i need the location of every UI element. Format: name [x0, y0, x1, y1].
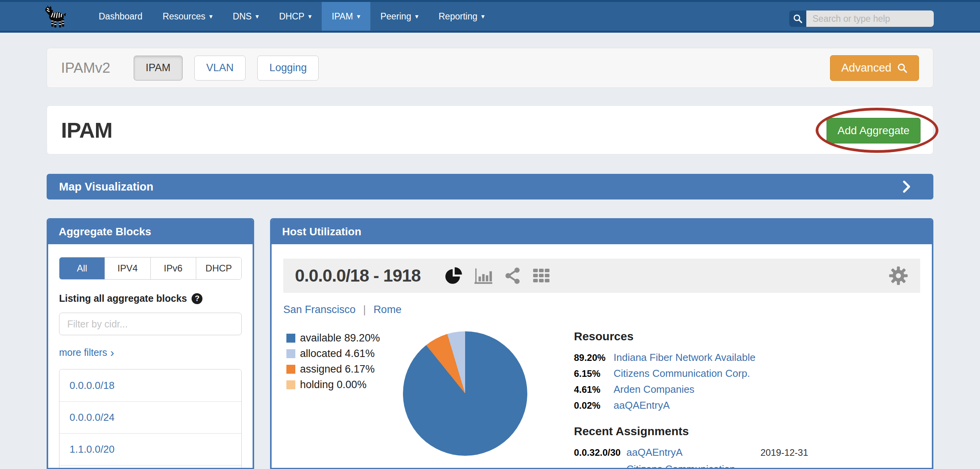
filter-label: IPv6 [164, 263, 183, 274]
chevron-down-icon [209, 12, 213, 21]
list-item[interactable] [59, 465, 241, 469]
table-row: 4.61% Arden Companies [574, 383, 920, 396]
nav-item-resources[interactable]: Resources [153, 2, 223, 31]
separator: | [363, 304, 366, 315]
resource-link[interactable]: Indiana Fiber Network Available [614, 352, 920, 364]
filter-ipv4-button[interactable]: IPV4 [105, 257, 150, 279]
legend-label: holding 0.00% [300, 379, 366, 391]
map-visualization-label: Map Visualization [59, 180, 153, 193]
host-block-toolbar: 0.0.0.0/18 - 1918 [283, 259, 920, 293]
region-link-san-francisco[interactable]: San Franscisco [283, 304, 356, 315]
legend-swatch-allocated [286, 349, 295, 358]
chevron-right-icon: › [110, 349, 114, 357]
pie-chart-icon[interactable] [444, 266, 463, 285]
legend-label: allocated 4.61% [300, 348, 375, 360]
nav-label: Reporting [439, 11, 478, 22]
legend-item: assigned 6.17% [286, 363, 403, 375]
nav-item-dns[interactable]: DNS [223, 2, 269, 31]
tab-logging[interactable]: Logging [257, 56, 319, 80]
search-input[interactable] [806, 10, 934, 27]
zebra-logo[interactable] [34, 2, 77, 31]
filter-label: DHCP [206, 263, 232, 274]
block-cidr-link: 1.1.0.0/20 [70, 443, 115, 455]
chevron-down-icon [256, 12, 259, 21]
tab-vlan[interactable]: VLAN [194, 56, 246, 80]
grid-icon[interactable] [532, 266, 551, 285]
list-item[interactable]: 0.0.0.0/18 [59, 369, 241, 401]
nav-item-dhcp[interactable]: DHCP [269, 2, 322, 31]
recent-assignments-list: 0.0.32.0/30 aaQAEntryA 2019-12-31 0.0.8.… [574, 446, 920, 469]
section-title: IPAMv2 [61, 60, 110, 76]
resource-pct: 6.15% [574, 368, 614, 379]
aggregate-block-list: 0.0.0.0/18 0.0.0.0/24 1.1.0.0/20 [59, 369, 242, 469]
resource-link[interactable]: aaQAEntryA [614, 399, 920, 411]
list-item[interactable]: 0.0.0.0/24 [59, 401, 241, 433]
search-icon[interactable] [789, 10, 806, 27]
tab-ipam[interactable]: IPAM [134, 56, 183, 80]
chevron-right-icon [902, 180, 912, 193]
advanced-search-button[interactable]: Advanced [830, 55, 919, 81]
aggregate-filter-group: All IPV4 IPv6 DHCP [59, 257, 242, 280]
resources-title: Resources [574, 330, 920, 343]
host-utilization-panel: Host Utilization 0.0.0.0/18 - 1918 [270, 218, 933, 469]
add-aggregate-button[interactable]: Add Aggregate [827, 118, 921, 144]
pie-legend: available 89.20% allocated 4.61% assigne… [286, 332, 403, 469]
gear-icon[interactable] [888, 266, 909, 286]
assignment-cidr: 0.0.32.0/30 [574, 447, 626, 458]
global-search [789, 10, 934, 27]
aggregate-blocks-header: Aggregate Blocks [48, 219, 253, 244]
listing-label: Listing all aggregate blocks ? [59, 293, 242, 304]
nav-label: DHCP [279, 11, 304, 22]
assignment-date: 2019-12-31 [760, 447, 920, 458]
map-visualization-bar[interactable]: Map Visualization [47, 174, 933, 200]
resource-link[interactable]: Arden Companies [614, 383, 920, 396]
legend-swatch-assigned [286, 365, 295, 374]
block-cidr-link: 0.0.0.0/24 [70, 411, 115, 424]
tab-label: VLAN [206, 62, 234, 74]
bar-chart-icon[interactable] [473, 266, 493, 285]
list-item[interactable]: 1.1.0.0/20 [59, 433, 241, 465]
resource-pct: 0.02% [574, 400, 614, 411]
top-navbar: Dashboard Resources DNS DHCP IPAM Peerin… [0, 0, 980, 33]
search-icon [897, 63, 908, 74]
nav-item-ipam[interactable]: IPAM [322, 2, 370, 31]
table-row: 0.02% aaQAEntryA [574, 399, 920, 411]
panel-title: Aggregate Blocks [59, 226, 151, 238]
ipamv2-toolbar: IPAMv2 IPAM VLAN Logging Advanced [47, 48, 933, 88]
block-title: 0.0.0.0/18 - 1918 [295, 266, 420, 286]
nav-item-peering[interactable]: Peering [370, 2, 429, 31]
assignment-link[interactable]: aaQAEntryA [626, 446, 760, 458]
filter-ipv6-button[interactable]: IPv6 [150, 257, 196, 279]
filter-label: IPV4 [117, 263, 138, 274]
share-icon[interactable] [504, 266, 521, 285]
nav-label: IPAM [332, 11, 353, 22]
zebra-icon [41, 4, 70, 28]
pie-chart[interactable] [403, 331, 527, 456]
filter-label: All [77, 263, 87, 274]
chevron-down-icon [481, 12, 485, 21]
legend-swatch-holding [286, 380, 295, 389]
nav-label: Dashboard [99, 11, 143, 22]
nav-label: Peering [380, 11, 411, 22]
region-link-rome[interactable]: Rome [373, 304, 401, 315]
nav-item-dashboard[interactable]: Dashboard [89, 2, 153, 31]
filter-all-button[interactable]: All [59, 257, 105, 279]
recent-assignments-title: Recent Assignments [574, 425, 920, 438]
block-cidr-link: 0.0.0.0/18 [70, 380, 115, 392]
table-row: 6.15% Citizens Communication Corp. [574, 368, 920, 380]
panel-title: Host Utilization [282, 226, 361, 238]
chevron-down-icon [415, 12, 419, 21]
tab-label: Logging [269, 62, 307, 74]
more-filters-link[interactable]: more filters › [59, 347, 242, 358]
legend-item: available 89.20% [286, 332, 403, 344]
assignment-link[interactable]: Citizens Communication Corp. [626, 463, 760, 469]
nav-item-reporting[interactable]: Reporting [429, 2, 495, 31]
help-icon[interactable]: ? [192, 293, 202, 304]
table-row: 0.0.32.0/30 aaQAEntryA 2019-12-31 [574, 446, 920, 458]
filter-dhcp-button[interactable]: DHCP [196, 257, 241, 279]
cidr-filter-input[interactable] [59, 313, 242, 335]
legend-swatch-available [286, 334, 295, 343]
resource-link[interactable]: Citizens Communication Corp. [614, 368, 920, 380]
aggregate-blocks-panel: Aggregate Blocks All IPV4 IPv6 DHCP List… [47, 218, 254, 469]
resource-pct: 4.61% [574, 384, 614, 395]
